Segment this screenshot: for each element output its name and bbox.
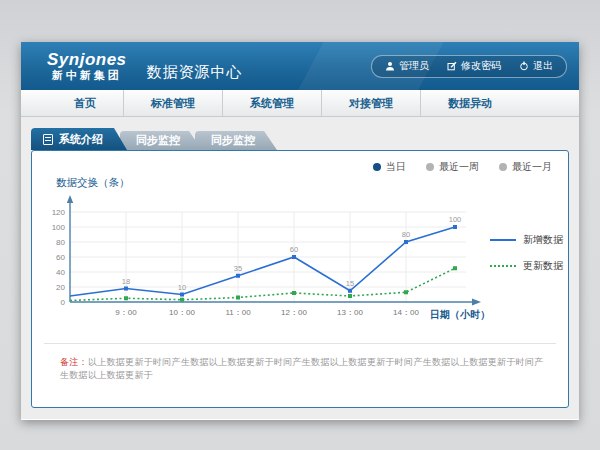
svg-text:9：00: 9：00 xyxy=(115,308,137,317)
user-bar-label: 退出 xyxy=(533,59,553,73)
line-chart: 0204060801001209：0010：0011：0012：0013：001… xyxy=(40,193,510,341)
svg-text:80: 80 xyxy=(402,230,410,239)
legend-item: 新增数据 xyxy=(490,233,563,247)
legend-line-sample xyxy=(490,239,516,241)
range-radio[interactable]: 最近一周 xyxy=(426,160,479,174)
user-bar: 管理员修改密码退出 xyxy=(371,55,567,78)
svg-text:15: 15 xyxy=(346,279,354,288)
chart-legend: 新增数据更新数据 xyxy=(490,233,563,285)
user-bar-label: 修改密码 xyxy=(461,59,501,73)
svg-text:日期（小时）: 日期（小时） xyxy=(430,309,490,320)
chart-panel: 当日最近一周最近一月 数据交换（条） 0204060801001209：0010… xyxy=(31,150,569,408)
legend-label: 新增数据 xyxy=(523,233,563,247)
user-bar-item[interactable]: 退出 xyxy=(510,59,562,73)
legend-label: 更新数据 xyxy=(523,259,563,273)
tab-inactive[interactable]: 同步监控 xyxy=(120,131,202,150)
footnote-text: 以上数据更新于时间产生数据以上数据更新于时间产生数据以上数据更新于时间产生数据以… xyxy=(60,357,544,380)
app-header: Synjones 新中新集团 数据资源中心 管理员修改密码退出 xyxy=(21,42,579,90)
nav-item[interactable]: 首页 xyxy=(47,90,123,116)
range-radio[interactable]: 当日 xyxy=(373,160,406,174)
user-bar-item[interactable]: 管理员 xyxy=(376,59,438,73)
logo-english: Synjones xyxy=(47,51,127,70)
range-radio[interactable]: 最近一月 xyxy=(499,160,552,174)
svg-text:60: 60 xyxy=(290,245,298,254)
footnote-prefix: 备注： xyxy=(60,357,88,367)
svg-text:60: 60 xyxy=(56,253,65,262)
tab-bar: 系统介绍同步监控同步监控 xyxy=(31,128,579,150)
time-range-radio-group: 当日最近一周最近一月 xyxy=(373,160,552,174)
svg-text:120: 120 xyxy=(52,208,66,217)
svg-text:35: 35 xyxy=(234,264,242,273)
radio-label: 最近一周 xyxy=(439,160,479,174)
svg-text:100: 100 xyxy=(449,215,462,224)
footnote: 备注：以上数据更新于时间产生数据以上数据更新于时间产生数据以上数据更新于时间产生… xyxy=(60,356,550,382)
svg-text:20: 20 xyxy=(56,283,65,292)
radio-dot-icon xyxy=(499,163,507,171)
nav-item[interactable]: 标准管理 xyxy=(123,90,222,116)
svg-text:12：00: 12：00 xyxy=(281,308,307,317)
document-icon xyxy=(43,134,53,145)
nav-item[interactable]: 系统管理 xyxy=(222,90,321,116)
svg-text:100: 100 xyxy=(52,223,66,232)
svg-text:13：00: 13：00 xyxy=(337,308,363,317)
svg-text:18: 18 xyxy=(122,277,130,286)
legend-line-sample xyxy=(490,265,516,267)
svg-text:0: 0 xyxy=(61,298,66,307)
nav-item[interactable]: 对接管理 xyxy=(321,90,420,116)
tab-inactive[interactable]: 同步监控 xyxy=(195,131,277,150)
edit-icon xyxy=(447,61,457,71)
tab-label: 同步监控 xyxy=(211,133,255,148)
user-icon xyxy=(385,61,395,71)
radio-label: 最近一月 xyxy=(512,160,552,174)
user-bar-item[interactable]: 修改密码 xyxy=(438,59,510,73)
radio-dot-icon xyxy=(373,163,381,171)
radio-dot-icon xyxy=(426,163,434,171)
legend-item: 更新数据 xyxy=(490,259,563,273)
nav-item[interactable]: 数据异动 xyxy=(420,90,519,116)
page-title: 数据资源中心 xyxy=(147,63,243,82)
main-nav: 首页标准管理系统管理对接管理数据异动 xyxy=(21,90,579,117)
tab-active[interactable]: 系统介绍 xyxy=(31,128,127,150)
divider xyxy=(44,343,556,344)
svg-text:10: 10 xyxy=(178,283,186,292)
svg-text:40: 40 xyxy=(56,268,65,277)
power-icon xyxy=(519,61,529,71)
logo-chinese: 新中新集团 xyxy=(47,69,127,81)
app-window: Synjones 新中新集团 数据资源中心 管理员修改密码退出 首页标准管理系统… xyxy=(21,42,579,420)
logo: Synjones 新中新集团 xyxy=(47,51,127,82)
user-bar-label: 管理员 xyxy=(399,59,429,73)
radio-label: 当日 xyxy=(386,160,406,174)
content-area: 系统介绍同步监控同步监控 当日最近一周最近一月 数据交换（条） 02040608… xyxy=(21,117,579,419)
tab-label: 同步监控 xyxy=(136,133,180,148)
tab-label: 系统介绍 xyxy=(59,132,103,147)
svg-text:11：00: 11：00 xyxy=(225,308,251,317)
svg-text:14：00: 14：00 xyxy=(393,308,419,317)
svg-text:10：00: 10：00 xyxy=(169,308,195,317)
y-axis-title: 数据交换（条） xyxy=(56,176,130,190)
svg-text:80: 80 xyxy=(56,238,65,247)
